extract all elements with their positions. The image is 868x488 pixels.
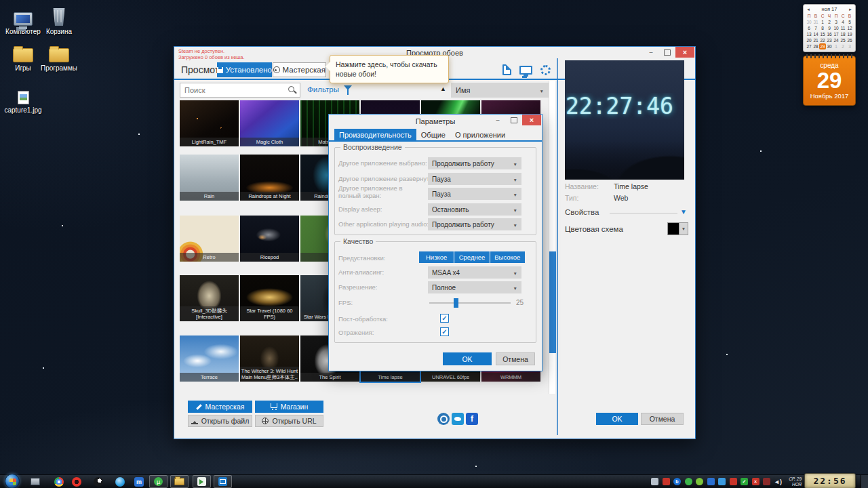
calendar-day[interactable]: 10 [833, 25, 840, 31]
filters-link[interactable]: Фильтры [307, 85, 339, 94]
calendar-day[interactable]: 21 [812, 37, 819, 43]
wallpaper-tile[interactable]: Raindrops at Night [240, 155, 299, 201]
tray-antivirus-icon[interactable]: ✓ [741, 478, 748, 485]
facebook-icon[interactable]: f [466, 413, 478, 425]
scrollbar-track[interactable] [549, 81, 555, 394]
taskbar-remote-app-icon[interactable] [31, 476, 41, 487]
other-app-selected-dropdown[interactable]: Продолжить работу [428, 157, 521, 169]
steam-social-icon[interactable] [437, 413, 450, 425]
tray-red-square-icon[interactable] [730, 478, 737, 485]
postprocess-checkbox[interactable] [440, 314, 449, 323]
taskbar-utorrent-button[interactable]: µ [149, 475, 167, 488]
tray-date[interactable]: СР, 29 НОЯ [777, 476, 802, 487]
calendar-day[interactable]: 3 [846, 43, 853, 49]
desktop-icon-capture1[interactable]: capture1.jpg [0, 83, 47, 114]
properties-collapse-icon[interactable] [680, 208, 687, 216]
display-asleep-dropdown[interactable]: Остановить [428, 203, 521, 216]
taskbar-wallpaper-engine-button[interactable] [214, 475, 232, 488]
settings-gear-icon[interactable] [540, 65, 551, 75]
calendar-day[interactable]: 9 [826, 25, 833, 31]
show-desktop-button[interactable] [861, 475, 868, 488]
wallpaper-tile[interactable]: Rain [180, 155, 239, 201]
fps-slider-track[interactable] [429, 302, 511, 304]
calendar-day[interactable]: 5 [846, 19, 853, 25]
tab-installed[interactable]: Установлено [217, 62, 272, 77]
taskbar-chrome-icon[interactable] [54, 476, 65, 487]
sort-ascending-icon[interactable] [440, 85, 446, 92]
antialias-dropdown[interactable]: MSAA x4 [428, 266, 521, 279]
dialog-close-button[interactable] [522, 115, 541, 125]
calendar-day[interactable]: 26 [846, 37, 853, 43]
tab-workshop[interactable]: Мастерская [273, 62, 326, 77]
wallpaper-tile[interactable]: LightRain_TMF [180, 100, 239, 146]
scrollbar-thumb[interactable] [549, 251, 556, 353]
start-button[interactable] [5, 474, 20, 488]
tray-utorrent-icon[interactable] [685, 478, 692, 485]
minimize-button[interactable] [643, 47, 659, 58]
calendar-day[interactable]: 17 [833, 31, 840, 37]
calendar-day[interactable]: 24 [833, 37, 840, 43]
playlist-icon[interactable] [502, 64, 511, 75]
calendar-day-selected[interactable]: 29 [819, 43, 826, 49]
calendar-day[interactable]: 27 [806, 43, 812, 49]
wallpaper-tile[interactable]: Magic Cloth [240, 100, 299, 146]
twitter-icon[interactable] [452, 413, 464, 425]
tray-bluetooth-icon[interactable]: b [673, 478, 681, 485]
dialog-ok-button[interactable]: OK [443, 352, 492, 365]
open-file-button[interactable]: Открыть файл [188, 415, 252, 427]
preset-high-button[interactable]: Высокое [490, 251, 525, 263]
tray-red-app-icon[interactable] [663, 478, 670, 485]
other-app-maximized-dropdown[interactable]: Пауза [428, 173, 521, 185]
calendar-day[interactable]: 22 [819, 37, 826, 43]
window-cancel-button[interactable]: Отмена [641, 413, 684, 425]
other-app-fullscreen-dropdown[interactable]: Пауза [428, 188, 521, 200]
taskbar-browser-icon[interactable] [115, 476, 126, 487]
preset-low-button[interactable]: Низкое [419, 251, 454, 263]
wallpaper-tile[interactable]: The Witcher 3: Wild Hunt Main Menu巫师3本体主… [240, 336, 299, 382]
taskbar-opera-icon[interactable] [72, 476, 83, 487]
calendar-day[interactable]: 31 [812, 19, 819, 25]
calendar-day[interactable]: 16 [826, 31, 833, 37]
calendar-day[interactable]: 18 [840, 31, 846, 37]
calendar-prev-icon[interactable]: ◄ [806, 7, 810, 12]
taskbar-media-app-button[interactable] [193, 475, 211, 488]
calendar-day[interactable]: 14 [812, 31, 819, 37]
preset-medium-button[interactable]: Среднее [454, 251, 489, 263]
taskbar-explorer-button[interactable] [170, 475, 189, 488]
search-input[interactable] [180, 83, 300, 98]
tab-performance[interactable]: Производительность [334, 129, 416, 141]
taskbar-gog-icon[interactable] [94, 476, 104, 487]
tray-error-icon[interactable]: × [752, 478, 760, 485]
wallpaper-tile[interactable]: Terrace [180, 336, 239, 382]
displays-icon[interactable] [519, 66, 532, 75]
tab-about[interactable]: О приложении [450, 129, 510, 141]
desktop-icon-recycle-bin[interactable]: Корзина [37, 4, 81, 35]
calendar-day[interactable]: 30 [826, 43, 833, 49]
calendar-day[interactable]: 3 [833, 19, 840, 25]
taskbar-mail-app-icon[interactable]: m [134, 476, 145, 487]
desktop-icon-programs[interactable]: Программы [37, 41, 81, 72]
calendar-day[interactable]: 28 [812, 43, 819, 49]
calendar-day[interactable]: 12 [846, 25, 853, 31]
tab-general[interactable]: Общие [416, 129, 450, 141]
dialog-maximize-button[interactable] [506, 115, 522, 125]
calendar-day[interactable]: 8 [819, 25, 826, 31]
tray-blue-app-icon[interactable] [707, 478, 715, 485]
calendar-day[interactable]: 15 [819, 31, 826, 37]
calendar-day[interactable]: 7 [812, 25, 819, 31]
wallpaper-tile[interactable]: Retro [180, 216, 239, 262]
filter-icon[interactable] [344, 85, 352, 94]
calendar-day[interactable]: 25 [840, 37, 846, 43]
wallpaper-tile[interactable]: Star Travel (1080 60 FPS) [240, 275, 299, 321]
calendar-day[interactable]: 2 [826, 19, 833, 25]
maximize-button[interactable] [659, 47, 675, 58]
calendar-next-icon[interactable]: ► [848, 7, 852, 12]
other-audio-dropdown[interactable]: Продолжить работу [428, 218, 521, 230]
calendar-day[interactable]: 23 [826, 37, 833, 43]
calendar-day[interactable]: 1 [833, 43, 840, 49]
wallpaper-tile[interactable]: Ricepod [240, 216, 299, 262]
calendar-day[interactable]: 13 [806, 31, 812, 37]
open-url-button[interactable]: Открыть URL [255, 415, 323, 427]
wallpaper-tile[interactable]: Skull_3D骷髅头 [Interactive] [180, 275, 239, 321]
dialog-minimize-button[interactable] [490, 115, 506, 125]
